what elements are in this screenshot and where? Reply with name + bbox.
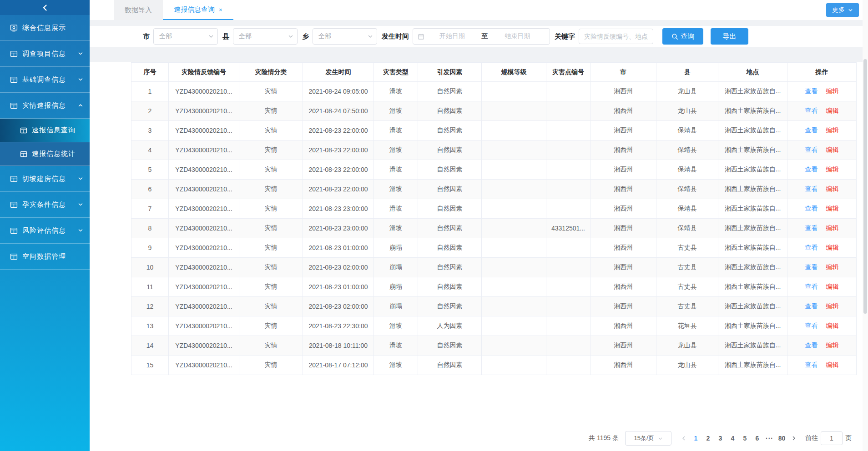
view-link[interactable]: 查看 bbox=[805, 165, 818, 173]
cell-feedback-code: YZD43000020210... bbox=[169, 356, 239, 375]
date-range-picker[interactable]: 开始日期 至 结束日期 bbox=[413, 28, 550, 45]
start-date-placeholder[interactable]: 开始日期 bbox=[424, 32, 480, 40]
edit-link[interactable]: 编辑 bbox=[826, 322, 839, 329]
sidebar-item-hazard-condition[interactable]: 孕灾条件信息 bbox=[0, 192, 90, 218]
filter-bar: 市 全部 县 全部 乡 全部 发生时间 开始日期 至 结束日期 关键字 查询 bbox=[90, 26, 868, 47]
sidebar-item-spatial-data[interactable]: 空间数据管理 bbox=[0, 244, 90, 270]
view-link[interactable]: 查看 bbox=[805, 302, 818, 310]
county-select[interactable]: 全部 bbox=[233, 28, 298, 45]
sidebar-item-overview[interactable]: 综合信息展示 bbox=[0, 15, 90, 41]
table-row: 14 YZD43000020210... 灾情 2021-08-18 10:11… bbox=[131, 336, 857, 356]
edit-link[interactable]: 编辑 bbox=[826, 107, 839, 114]
edit-link[interactable]: 编辑 bbox=[826, 87, 839, 95]
prev-page-button[interactable] bbox=[678, 432, 690, 445]
edit-link[interactable]: 编辑 bbox=[826, 361, 839, 368]
edit-link[interactable]: 编辑 bbox=[826, 185, 839, 192]
page-number-5[interactable]: 5 bbox=[739, 432, 751, 445]
view-link[interactable]: 查看 bbox=[805, 107, 818, 114]
edit-link[interactable]: 编辑 bbox=[826, 205, 839, 212]
view-link[interactable]: 查看 bbox=[805, 263, 818, 271]
cell-disaster-type: 滑坡 bbox=[374, 219, 418, 238]
tab-data-import[interactable]: 数据导入 bbox=[114, 0, 163, 20]
sidebar-subitem-report-stats[interactable]: 速报信息统计 bbox=[0, 142, 90, 166]
view-link[interactable]: 查看 bbox=[805, 185, 818, 192]
sidebar-subitem-report-query[interactable]: 速报信息查询 bbox=[0, 119, 90, 142]
view-link[interactable]: 查看 bbox=[805, 224, 818, 231]
export-button[interactable]: 导出 bbox=[711, 28, 748, 45]
view-link[interactable]: 查看 bbox=[805, 205, 818, 212]
page-number-3[interactable]: 3 bbox=[714, 432, 727, 445]
city-select[interactable]: 全部 bbox=[153, 28, 218, 45]
cell-disaster-type: 滑坡 bbox=[374, 316, 418, 336]
sidebar-item-risk-assessment[interactable]: 风险评估信息 bbox=[0, 218, 90, 244]
sidebar-item-disaster-report[interactable]: 灾情速报信息 bbox=[0, 93, 90, 119]
view-link[interactable]: 查看 bbox=[805, 361, 818, 368]
end-date-placeholder[interactable]: 结束日期 bbox=[490, 32, 545, 40]
time-filter-label: 发生时间 bbox=[382, 32, 409, 41]
table-row: 6 YZD43000020210... 灾情 2021-08-23 22:00:… bbox=[131, 180, 857, 199]
table-icon bbox=[10, 102, 18, 110]
scrollbar-thumb[interactable] bbox=[863, 59, 867, 314]
tab-label: 速报信息查询 bbox=[174, 5, 215, 14]
tab-close-icon[interactable]: × bbox=[219, 6, 222, 13]
cell-location: 湘西土家族苗族自... bbox=[718, 258, 787, 277]
more-pages-icon[interactable]: ··· bbox=[763, 435, 776, 442]
cell-disaster-type: 滑坡 bbox=[374, 356, 418, 375]
view-link[interactable]: 查看 bbox=[805, 322, 818, 329]
edit-link[interactable]: 编辑 bbox=[826, 341, 839, 349]
cell-occur-time: 2021-08-23 01:00:00 bbox=[303, 238, 374, 258]
chevron-up-icon bbox=[78, 103, 83, 108]
edit-link[interactable]: 编辑 bbox=[826, 224, 839, 231]
goto-page-input[interactable] bbox=[821, 431, 843, 445]
next-page-button[interactable] bbox=[788, 432, 800, 445]
sidebar-collapse-button[interactable] bbox=[0, 0, 90, 15]
cell-point-code bbox=[546, 121, 590, 140]
page-number-4[interactable]: 4 bbox=[727, 432, 739, 445]
cell-location: 湘西土家族苗族自... bbox=[718, 160, 787, 180]
cell-point-code bbox=[546, 297, 590, 316]
sidebar-item-basic-survey[interactable]: 基础调查信息 bbox=[0, 67, 90, 93]
cell-occur-time: 2021-08-24 09:05:00 bbox=[303, 82, 374, 101]
view-link[interactable]: 查看 bbox=[805, 126, 818, 134]
table-panel: 序号灾险情反馈编号灾险情分类发生时间灾害类型引发因素规模等级灾害点编号市县地点操… bbox=[90, 62, 868, 451]
view-link[interactable]: 查看 bbox=[805, 146, 818, 153]
cell-actions: 查看编辑 bbox=[787, 316, 857, 336]
edit-link[interactable]: 编辑 bbox=[826, 126, 839, 134]
view-link[interactable]: 查看 bbox=[805, 283, 818, 290]
cell-location: 湘西土家族苗族自... bbox=[718, 277, 787, 297]
cell-actions: 查看编辑 bbox=[787, 258, 857, 277]
sidebar-item-survey-project[interactable]: 调查项目信息 bbox=[0, 41, 90, 67]
search-button[interactable]: 查询 bbox=[662, 28, 703, 45]
edit-link[interactable]: 编辑 bbox=[826, 263, 839, 271]
sidebar-item-label: 空间数据管理 bbox=[22, 252, 66, 261]
view-link[interactable]: 查看 bbox=[805, 341, 818, 349]
keyword-input[interactable] bbox=[579, 29, 653, 44]
page-size-select[interactable]: 15条/页 bbox=[625, 431, 671, 446]
table-row: 3 YZD43000020210... 灾情 2021-08-23 22:00:… bbox=[131, 121, 857, 140]
cell-county: 龙山县 bbox=[656, 356, 718, 375]
page-number-last[interactable]: 80 bbox=[776, 432, 788, 445]
tab-report-query[interactable]: 速报信息查询 × bbox=[163, 0, 233, 20]
page-number-2[interactable]: 2 bbox=[702, 432, 714, 445]
cell-county: 古丈县 bbox=[656, 258, 718, 277]
cell-city: 湘西州 bbox=[590, 238, 656, 258]
chevron-down-icon bbox=[78, 51, 83, 56]
page-number-1[interactable]: 1 bbox=[690, 432, 702, 445]
edit-link[interactable]: 编辑 bbox=[826, 165, 839, 173]
edit-link[interactable]: 编辑 bbox=[826, 283, 839, 290]
more-button[interactable]: 更多 bbox=[826, 3, 859, 17]
cell-category: 灾情 bbox=[239, 316, 303, 336]
page-number-6[interactable]: 6 bbox=[751, 432, 763, 445]
edit-link[interactable]: 编辑 bbox=[826, 302, 839, 310]
cell-feedback-code: YZD43000020210... bbox=[169, 101, 239, 121]
town-select[interactable]: 全部 bbox=[313, 28, 377, 45]
table-header-row: 序号灾险情反馈编号灾险情分类发生时间灾害类型引发因素规模等级灾害点编号市县地点操… bbox=[131, 63, 857, 82]
edit-link[interactable]: 编辑 bbox=[826, 146, 839, 153]
cell-occur-time: 2021-08-23 22:30:00 bbox=[303, 316, 374, 336]
edit-link[interactable]: 编辑 bbox=[826, 244, 839, 251]
chevron-left-icon bbox=[681, 436, 686, 441]
sidebar-item-slope-housing[interactable]: 切坡建房信息 bbox=[0, 166, 90, 192]
view-link[interactable]: 查看 bbox=[805, 87, 818, 95]
view-link[interactable]: 查看 bbox=[805, 244, 818, 251]
cell-occur-time: 2021-08-18 10:11:00 bbox=[303, 336, 374, 356]
